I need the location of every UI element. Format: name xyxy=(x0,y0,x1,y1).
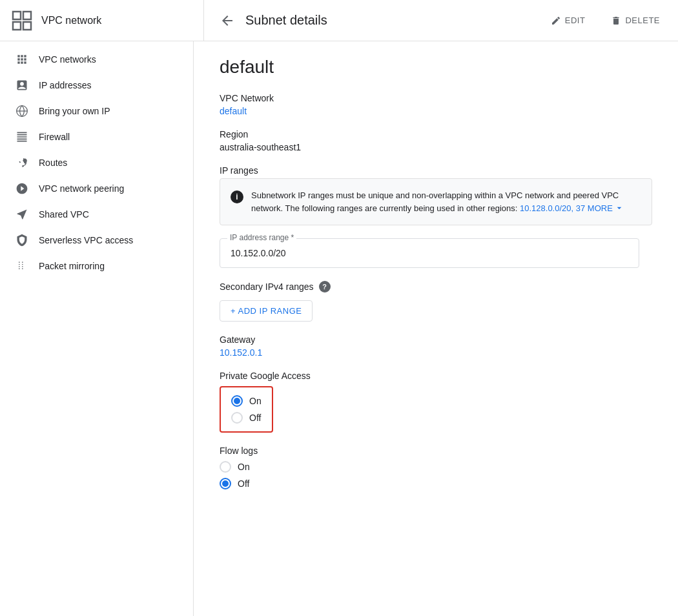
svg-rect-1 xyxy=(23,12,31,19)
private-google-access-group: Private Google Access On Off xyxy=(220,371,652,433)
fl-off-option[interactable]: Off xyxy=(220,478,652,489)
edit-button[interactable]: EDIT xyxy=(543,10,593,31)
vpc-network-label: VPC Network xyxy=(220,93,652,103)
region-value: australia-southeast1 xyxy=(220,142,652,152)
svg-rect-3 xyxy=(23,22,31,30)
flow-logs-label: Flow logs xyxy=(220,446,652,456)
page-title: Subnet details xyxy=(245,13,533,28)
packet-mirroring-icon xyxy=(15,260,28,272)
sidebar-label-vpc-networks: VPC networks xyxy=(39,54,96,65)
routes-icon xyxy=(15,156,28,169)
gateway-label: Gateway xyxy=(220,334,652,345)
sidebar-item-packet-mirroring[interactable]: Packet mirroring xyxy=(0,253,193,279)
fl-on-label: On xyxy=(238,462,250,472)
sidebar-item-firewall[interactable]: Firewall xyxy=(0,124,193,150)
sidebar-label-vpc-network-peering: VPC network peering xyxy=(39,183,124,194)
pga-off-radio[interactable] xyxy=(231,412,243,424)
ip-address-range-container: IP address range * xyxy=(220,238,652,268)
gateway-value[interactable]: 10.152.0.1 xyxy=(220,347,652,358)
main-layout: VPC networks IP addresses Bring your own… xyxy=(0,41,678,616)
info-icon: i xyxy=(231,190,243,203)
sidebar-label-firewall: Firewall xyxy=(39,132,70,142)
private-google-access-box: On Off xyxy=(220,386,273,433)
fl-on-radio[interactable] xyxy=(220,461,231,473)
vpc-logo-icon xyxy=(10,9,34,32)
private-google-access-label: Private Google Access xyxy=(220,371,652,381)
ip-ranges-info-text: Subnetwork IP ranges must be unique and … xyxy=(251,189,641,214)
ip-addresses-icon xyxy=(15,79,28,92)
top-bar-content: Subnet details EDIT DELETE xyxy=(204,10,668,31)
pga-on-radio[interactable] xyxy=(231,395,243,407)
top-bar: VPC network Subnet details EDIT DELETE xyxy=(0,0,678,41)
ip-ranges-info-box: i Subnetwork IP ranges must be unique an… xyxy=(220,178,652,225)
ip-address-range-label: IP address range * xyxy=(227,233,296,242)
delete-button[interactable]: DELETE xyxy=(603,10,668,31)
back-button[interactable] xyxy=(220,13,235,28)
svg-rect-2 xyxy=(13,22,21,30)
ip-address-range-input[interactable] xyxy=(220,238,639,268)
serverless-vpc-access-icon xyxy=(15,234,28,247)
ip-ranges-label: IP ranges xyxy=(220,165,652,176)
sidebar-item-bring-your-own-ip[interactable]: Bring your own IP xyxy=(0,98,193,124)
secondary-ipv4-section-label: Secondary IPv4 ranges ? xyxy=(220,281,652,293)
flow-logs-group: Flow logs On Off xyxy=(220,446,652,489)
pga-off-option[interactable]: Off xyxy=(231,412,262,424)
fl-off-radio[interactable] xyxy=(220,478,231,489)
firewall-icon xyxy=(15,130,28,143)
subnet-name: default xyxy=(220,57,652,77)
sidebar: VPC networks IP addresses Bring your own… xyxy=(0,41,194,616)
vpc-network-peering-icon xyxy=(15,182,28,195)
bring-your-own-ip-icon xyxy=(15,105,28,118)
sidebar-label-ip-addresses: IP addresses xyxy=(39,80,91,90)
fl-off-label: Off xyxy=(238,478,249,489)
secondary-ipv4-help-icon[interactable]: ? xyxy=(319,281,331,293)
vpc-network-value[interactable]: default xyxy=(220,106,652,116)
svg-rect-0 xyxy=(13,12,21,19)
shared-vpc-icon xyxy=(15,208,28,221)
info-range: 10.128.0.0/20, xyxy=(520,203,573,213)
content-area: default VPC Network default Region austr… xyxy=(194,41,678,616)
sidebar-item-routes[interactable]: Routes xyxy=(0,150,193,176)
sidebar-label-routes: Routes xyxy=(39,158,67,168)
sidebar-label-packet-mirroring: Packet mirroring xyxy=(39,261,105,271)
sidebar-label-bring-your-own-ip: Bring your own IP xyxy=(39,106,110,116)
sidebar-label-serverless-vpc-access: Serverless VPC access xyxy=(39,235,133,245)
vpc-networks-icon xyxy=(15,53,28,66)
region-label: Region xyxy=(220,129,652,139)
info-more-link[interactable]: 37 MORE xyxy=(576,202,624,215)
sidebar-item-shared-vpc[interactable]: Shared VPC xyxy=(0,201,193,227)
app-logo: VPC network xyxy=(10,0,204,41)
fl-on-option[interactable]: On xyxy=(220,461,652,473)
sidebar-item-vpc-network-peering[interactable]: VPC network peering xyxy=(0,176,193,201)
pga-on-option[interactable]: On xyxy=(231,395,262,407)
sidebar-label-shared-vpc: Shared VPC xyxy=(39,209,89,220)
app-title: VPC network xyxy=(41,15,101,26)
pga-on-label: On xyxy=(249,396,262,406)
sidebar-item-ip-addresses[interactable]: IP addresses xyxy=(0,72,193,98)
add-ip-range-button[interactable]: + ADD IP RANGE xyxy=(220,300,313,322)
pga-off-label: Off xyxy=(249,413,261,423)
sidebar-item-serverless-vpc-access[interactable]: Serverless VPC access xyxy=(0,227,193,253)
sidebar-item-vpc-networks[interactable]: VPC networks xyxy=(0,46,193,72)
